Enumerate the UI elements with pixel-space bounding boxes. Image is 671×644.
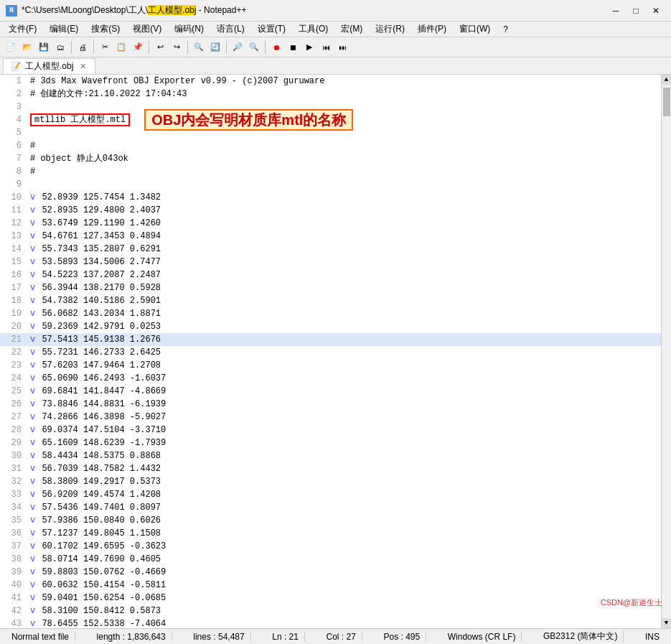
vertex-marker: v (30, 386, 35, 396)
vertex-coords: 59.8803 150.0762 -0.4669 (37, 567, 166, 577)
macro-play-button[interactable]: ▶ (301, 39, 317, 55)
table-row: 31v 56.7039 148.7582 1.4432 (0, 462, 661, 475)
vertex-coords: 55.7231 146.2733 2.6425 (37, 347, 161, 358)
vertex-marker: v (30, 399, 35, 409)
toolbar-sep-3 (149, 41, 149, 54)
macro-prev-button[interactable]: ⏮ (318, 39, 334, 55)
save-button[interactable]: 💾 (36, 39, 52, 55)
line-number: 15 (0, 256, 27, 269)
table-row: 40v 60.0632 150.4154 -0.5811 (0, 579, 661, 592)
macro-record-button[interactable]: ⏺ (268, 39, 284, 55)
menu-item-v[interactable]: 视图(V) (127, 22, 167, 37)
status-ln: Ln : 21 (266, 632, 305, 642)
macro-next-button[interactable]: ⏭ (334, 39, 350, 55)
line-content: v 56.9209 149.4574 1.4208 (27, 488, 161, 501)
table-row: 12v 53.6749 129.1190 1.4260 (0, 217, 661, 230)
line-number: 19 (0, 307, 27, 320)
editor-wrapper: 1# 3ds Max Wavefront OBJ Exporter v0.99 … (0, 75, 671, 628)
line-number: 2 (0, 88, 27, 101)
menu-item-e[interactable]: 编辑(E) (44, 22, 84, 37)
file-tab[interactable]: 📝 工人模型.obj ✕ (3, 58, 95, 74)
line-number: 7 (0, 152, 27, 165)
vertex-marker: v (30, 373, 35, 383)
table-row: 8# (0, 165, 661, 178)
table-row: 21v 57.5413 145.9138 1.2676 (0, 333, 661, 346)
close-button[interactable]: ✕ (647, 4, 665, 18)
table-row: 17v 56.3944 138.2170 0.5928 (0, 281, 661, 294)
menu-item-m[interactable]: 宏(M) (335, 22, 368, 37)
scroll-thumb[interactable] (663, 88, 670, 116)
tab-close-icon[interactable]: ✕ (78, 62, 88, 72)
table-row: 24v 65.0690 146.2493 -1.6037 (0, 372, 661, 385)
print-button[interactable]: 🖨 (75, 39, 90, 55)
line-content: v 54.6761 127.3453 0.4894 (27, 230, 161, 243)
menu-item-s[interactable]: 搜索(S) (85, 22, 126, 37)
replace-button[interactable]: 🔄 (207, 39, 223, 55)
line-content: v 69.6841 141.8447 -4.8669 (27, 385, 166, 398)
table-row: 35v 57.9386 150.0840 0.6026 (0, 514, 661, 527)
save-all-button[interactable]: 🗂 (52, 39, 68, 55)
menu-item-r[interactable]: 运行(R) (370, 22, 410, 37)
line-number: 1 (0, 75, 27, 88)
menu-item-f[interactable]: 文件(F) (3, 22, 42, 37)
new-button[interactable]: 📄 (3, 39, 19, 55)
cut-button[interactable]: ✂ (97, 39, 113, 55)
line-number: 14 (0, 243, 27, 256)
line-content: v 58.0714 149.7690 0.4605 (27, 553, 161, 566)
line-number: 17 (0, 281, 27, 294)
menu-item-t[interactable]: 设置(T) (252, 22, 291, 37)
table-row: 22v 55.7231 146.2733 2.6425 (0, 346, 661, 359)
redo-button[interactable]: ↪ (169, 39, 184, 55)
menu-item-w[interactable]: 窗口(W) (454, 22, 496, 37)
table-row: 2# 创建的文件:21.10.2022 17:04:43 (0, 88, 661, 101)
menu-item-[interactable]: ? (497, 22, 514, 37)
line-number: 33 (0, 488, 27, 501)
zoom-in-button[interactable]: 🔎 (230, 39, 245, 55)
vertex-marker: v (30, 309, 35, 319)
vertex-marker: v (30, 283, 35, 293)
macro-stop-button[interactable]: ⏹ (285, 39, 301, 55)
table-row: 7# object 静止人043ok (0, 152, 661, 165)
copy-button[interactable]: 📋 (113, 39, 129, 55)
vertex-coords: 65.0690 146.2493 -1.6037 (37, 373, 166, 383)
vertex-marker: v (30, 257, 35, 267)
table-row: 11v 52.8935 129.4800 2.4037 (0, 204, 661, 217)
menu-item-l[interactable]: 语言(L) (211, 22, 250, 37)
vertex-marker: v (30, 192, 35, 202)
app-icon: N (6, 5, 17, 17)
editor-container[interactable]: 1# 3ds Max Wavefront OBJ Exporter v0.99 … (0, 75, 671, 628)
menu-item-o[interactable]: 工具(O) (293, 22, 334, 37)
line-content: v 57.9386 150.0840 0.6026 (27, 514, 161, 527)
line-content: v 58.3809 149.2917 0.5373 (27, 475, 161, 488)
maximize-button[interactable]: □ (627, 4, 645, 18)
line-number: 10 (0, 191, 27, 204)
line-number: 28 (0, 424, 27, 437)
vertex-coords: 69.0374 147.5104 -3.3710 (37, 425, 166, 435)
menu-item-p[interactable]: 插件(P) (412, 22, 452, 37)
scrollbar-right[interactable]: ▲▼ (661, 75, 671, 628)
line-number: 43 (0, 617, 27, 628)
toolbar-sep-6 (265, 41, 266, 54)
scroll-down-button[interactable]: ▼ (662, 618, 672, 628)
vertex-marker: v (30, 490, 35, 500)
line-content (27, 126, 30, 139)
scroll-up-button[interactable]: ▲ (662, 75, 672, 85)
line-content: v 52.8935 129.4800 2.4037 (27, 204, 161, 217)
status-pos: Pos : 495 (377, 632, 426, 642)
line-content: v 55.7231 146.2733 2.6425 (27, 346, 161, 359)
vertex-coords: 59.0401 150.6254 -0.0685 (37, 593, 166, 603)
editor-scroll[interactable]: 1# 3ds Max Wavefront OBJ Exporter v0.99 … (0, 75, 661, 628)
vertex-coords: 53.5893 134.5006 2.7477 (37, 257, 161, 267)
vertex-marker: v (30, 438, 35, 448)
zoom-out-button[interactable]: 🔍 (246, 39, 262, 55)
menu-item-n[interactable]: 编码(N) (169, 22, 210, 37)
find-button[interactable]: 🔍 (191, 39, 207, 55)
undo-button[interactable]: ↩ (152, 39, 168, 55)
title-bar-left: N *C:\Users\MLoong\Desktop\工人\工人模型.obj -… (6, 4, 246, 17)
status-encoding: GB2312 (简体中文) (538, 630, 624, 643)
table-row: 28v 69.0374 147.5104 -3.3710 (0, 424, 661, 437)
minimize-button[interactable]: ─ (606, 4, 625, 18)
open-button[interactable]: 📂 (19, 39, 35, 55)
paste-button[interactable]: 📌 (130, 39, 146, 55)
line-number: 3 (0, 101, 27, 113)
